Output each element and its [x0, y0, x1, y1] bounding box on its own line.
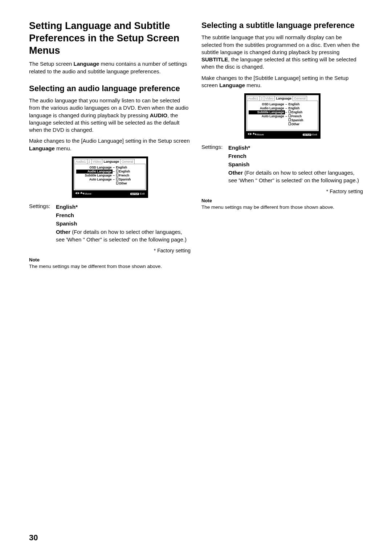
tab-general: General	[293, 96, 307, 101]
audio-settings-list: Settings: English* French Spanish Other …	[29, 203, 191, 244]
left-column: Setting Language and Subtitle Preference…	[29, 20, 191, 270]
tab-language: Language	[102, 159, 121, 164]
audio-paragraph-2: Make changes to the [Audio Language] set…	[29, 137, 191, 152]
svg-marker-0	[75, 192, 77, 194]
svg-marker-1	[78, 192, 79, 194]
tab-language: Language	[274, 96, 293, 101]
tab-audio1: Audio1	[74, 159, 87, 164]
tab-video: Video	[91, 159, 103, 164]
page-number: 30	[29, 533, 38, 542]
audio-paragraph-1: The audio language that you normally lis…	[29, 97, 191, 134]
audio-note-label: Note	[29, 257, 191, 263]
subtitle-subheading: Selecting a subtitle language preference	[201, 21, 363, 30]
subtitle-settings-list: Settings: English* French Spanish Other …	[201, 144, 363, 185]
tab-general: General	[120, 159, 135, 164]
audio-subheading: Selecting an audio language preference	[29, 84, 191, 93]
subtitle-paragraph-1: The subtitle language that you will norm…	[201, 34, 363, 70]
audio-setup-screen: Audio1 2 Video Language General OSD Lang…	[72, 156, 148, 198]
audio-footnote: * Factory setting	[29, 248, 191, 253]
svg-marker-5	[250, 133, 252, 135]
svg-marker-3	[82, 193, 84, 195]
arrow-icons	[248, 133, 256, 136]
subtitle-paragraph-2: Make changes to the [Subtitle Language] …	[201, 74, 363, 89]
arrow-icons	[75, 192, 84, 195]
right-column: Selecting a subtitle language preference…	[201, 20, 363, 270]
svg-marker-2	[80, 192, 82, 194]
setup-tabs: Audio1 2 Video Language General	[247, 96, 318, 101]
setup-tabs: Audio1 2 Video Language General	[74, 159, 146, 164]
subtitle-footnote: * Factory setting	[201, 188, 363, 194]
svg-marker-6	[253, 133, 255, 134]
tab-audio1: Audio1	[247, 96, 260, 101]
subtitle-note-text: The menu settings may be different from …	[201, 204, 363, 211]
audio-note-text: The menu settings may be different from …	[29, 263, 191, 270]
subtitle-note-label: Note	[201, 198, 363, 203]
subtitle-setup-screen: Audio1 2 Video Language General OSD Lang…	[244, 93, 320, 139]
main-heading: Setting Language and Subtitle Preference…	[29, 20, 191, 57]
svg-marker-7	[255, 134, 256, 135]
svg-marker-4	[248, 133, 249, 135]
tab-video: Video	[264, 96, 275, 101]
intro-paragraph: The Setup screen Language menu contains …	[29, 60, 191, 75]
